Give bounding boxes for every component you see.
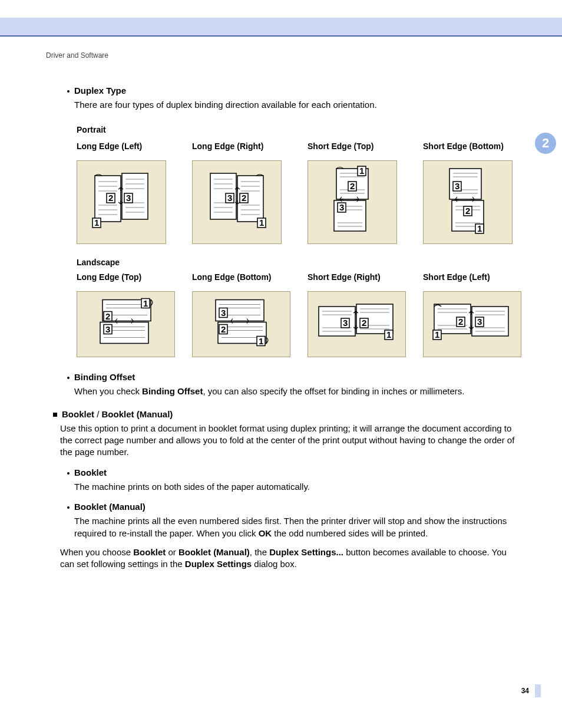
- svg-text:2: 2: [105, 311, 110, 321]
- col-hdr: Short Edge (Bottom): [423, 141, 538, 152]
- orientation-portrait: Portrait: [77, 124, 516, 136]
- item-booklet-auto: Booklet: [67, 467, 516, 479]
- diagram-long-edge-bottom: 3 2 1: [192, 291, 290, 357]
- svg-text:2: 2: [221, 324, 226, 334]
- page: 2 Driver and Software Duplex Type There …: [0, 0, 562, 728]
- orientation-landscape: Landscape: [77, 257, 516, 268]
- page-number: 34: [521, 686, 529, 696]
- svg-text:2: 2: [350, 181, 355, 191]
- svg-text:1: 1: [259, 336, 263, 346]
- item-title: Binding Offset: [74, 372, 135, 382]
- text-bold: OK: [259, 528, 272, 538]
- item-desc: There are four types of duplex binding d…: [74, 99, 516, 111]
- booklet-icon: 3 2 1: [313, 301, 401, 348]
- closing-para: When you choose Booklet or Booklet (Manu…: [60, 546, 516, 571]
- svg-text:1: 1: [143, 298, 148, 308]
- svg-text:1: 1: [94, 218, 99, 228]
- svg-text:3: 3: [105, 324, 110, 334]
- text: /: [94, 409, 102, 419]
- diagram-short-edge-bottom: 3 2 1: [423, 160, 513, 244]
- booklet-icon: 2 3 1: [428, 301, 517, 348]
- col-hdr: Short Edge (Left): [423, 272, 538, 283]
- landscape-grid: Long Edge (Top): [77, 272, 516, 357]
- content: Duplex Type There are four types of dupl…: [46, 77, 516, 570]
- pagenum-tab: [535, 684, 541, 697]
- item-desc: The machine prints all the even numbered…: [74, 515, 516, 539]
- text-bold: Booklet (Manual): [102, 409, 173, 419]
- col-hdr: Long Edge (Top): [77, 272, 192, 283]
- booklet-icon: 3 2 1: [206, 297, 277, 353]
- svg-text:1: 1: [477, 223, 482, 233]
- diagram-long-edge-left: 2 3 1: [77, 160, 166, 244]
- text: , the: [250, 547, 269, 557]
- svg-text:2: 2: [108, 193, 113, 203]
- col-hdr: Long Edge (Right): [192, 141, 308, 152]
- item-title: Booklet (Manual): [74, 502, 146, 512]
- text: the odd numbered sides will be printed.: [272, 528, 428, 538]
- col-hdr: Short Edge (Right): [308, 272, 423, 283]
- header-bar: [0, 18, 562, 35]
- text-bold: Duplex Settings: [185, 559, 252, 569]
- svg-text:3: 3: [477, 317, 482, 327]
- text-bold: Booklet (Manual): [178, 547, 250, 557]
- item-booklet: Booklet / Booklet (Manual): [53, 409, 516, 420]
- col-hdr: Short Edge (Top): [308, 141, 423, 152]
- diagram-short-edge-top: 1 2 3: [308, 160, 397, 244]
- col-hdr: Long Edge (Left): [77, 141, 192, 152]
- text: dialog box.: [252, 559, 297, 569]
- running-header: Driver and Software: [46, 51, 108, 60]
- text: or: [166, 547, 178, 557]
- svg-text:1: 1: [435, 330, 439, 340]
- text-bold: Booklet: [133, 547, 166, 557]
- svg-text:1: 1: [386, 330, 391, 340]
- svg-text:1: 1: [259, 218, 264, 228]
- item-desc: Use this option to print a document in b…: [60, 423, 516, 459]
- col-hdr: Long Edge (Bottom): [192, 272, 308, 283]
- text-bold: Booklet: [62, 409, 94, 419]
- svg-text:2: 2: [362, 318, 366, 328]
- svg-text:1: 1: [359, 166, 364, 176]
- item-binding-offset: Binding Offset: [67, 371, 516, 383]
- svg-text:2: 2: [458, 317, 463, 327]
- text-bold: Binding Offset: [142, 386, 203, 396]
- booklet-icon: 1 2 3: [326, 164, 379, 241]
- item-desc: When you check Binding Offset, you can a…: [74, 386, 516, 397]
- svg-text:3: 3: [339, 202, 344, 212]
- svg-text:3: 3: [343, 318, 348, 328]
- item-booklet-manual: Booklet (Manual): [67, 501, 516, 513]
- diagram-long-edge-top: 1 2 3: [77, 291, 175, 357]
- booklet-icon: 3 2 1: [204, 170, 269, 235]
- item-duplex-type: Duplex Type: [67, 85, 516, 97]
- text: When you choose: [60, 547, 133, 557]
- item-title: Booklet: [74, 467, 107, 477]
- diagram-long-edge-right: 3 2 1: [192, 160, 282, 244]
- item-desc: The machine prints on both sides of the …: [74, 481, 516, 493]
- svg-text:3: 3: [126, 193, 131, 203]
- item-title: Duplex Type: [74, 85, 126, 95]
- svg-text:2: 2: [465, 206, 470, 216]
- svg-text:3: 3: [221, 308, 226, 318]
- text-bold: Duplex Settings...: [269, 547, 343, 557]
- diagram-short-edge-right: 3 2 1: [308, 291, 406, 357]
- svg-text:2: 2: [242, 193, 246, 203]
- text: When you check: [74, 386, 142, 396]
- text: , you can also specify the offset for bi…: [203, 386, 464, 396]
- booklet-icon: 2 3 1: [89, 170, 154, 235]
- svg-text:3: 3: [455, 181, 459, 191]
- booklet-icon: 1 2 3: [91, 297, 161, 353]
- portrait-grid: Long Edge (Left): [77, 141, 516, 244]
- diagram-short-edge-left: 2 3 1: [423, 291, 521, 357]
- svg-text:3: 3: [227, 193, 232, 203]
- booklet-icon: 3 2 1: [441, 164, 494, 241]
